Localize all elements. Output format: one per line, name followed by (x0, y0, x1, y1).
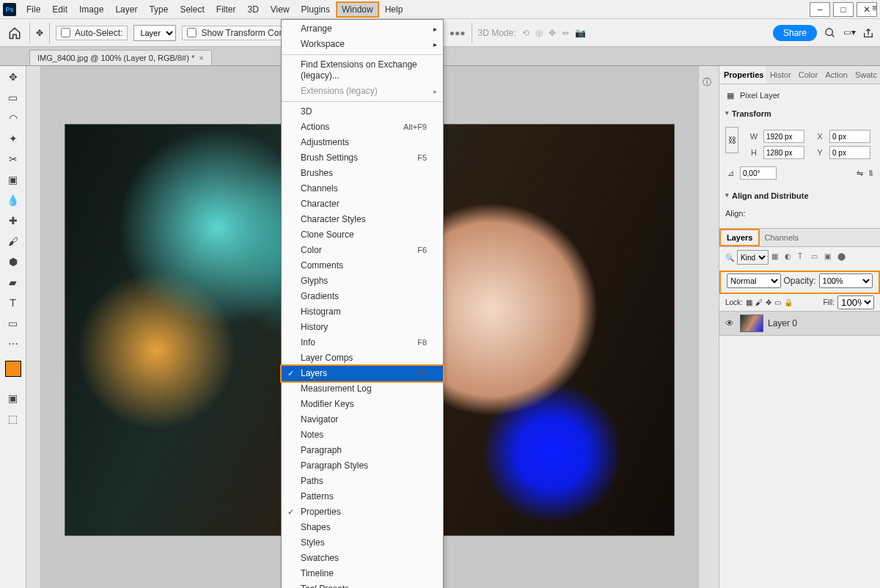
menuitem-tool-presets[interactable]: Tool Presets (282, 581, 443, 588)
eraser-tool[interactable]: ▰ (4, 274, 23, 290)
info-icon[interactable]: ⓘ (703, 76, 716, 89)
menuitem-notes[interactable]: Notes (282, 427, 443, 443)
menuitem-shapes[interactable]: Shapes (282, 520, 443, 535)
close-tab-icon[interactable]: × (199, 54, 203, 62)
width-input[interactable] (763, 130, 804, 143)
minimize-button[interactable]: – (810, 2, 830, 17)
filter-toggle-icon[interactable]: ⬤ (837, 252, 848, 262)
menuitem-paragraph[interactable]: Paragraph (282, 443, 443, 458)
screen-mode-icon[interactable]: ▭▾ (843, 27, 855, 39)
height-input[interactable] (763, 146, 804, 159)
shape-tool[interactable]: ▭ (4, 315, 23, 331)
tab-channels[interactable]: Channels (760, 229, 802, 246)
menu-window[interactable]: Window (336, 1, 379, 18)
menuitem-modifier-keys[interactable]: Modifier Keys (282, 397, 443, 412)
export-icon[interactable] (862, 27, 874, 39)
filter-adjust-icon[interactable]: ◐ (785, 252, 795, 262)
link-wh-icon[interactable]: ⛓ (725, 127, 738, 153)
filter-type-icon[interactable]: T (798, 252, 808, 262)
menuitem-histogram[interactable]: Histogram (282, 304, 443, 320)
angle-input[interactable] (740, 166, 777, 180)
lock-all-icon[interactable]: 🔒 (784, 298, 793, 306)
wand-tool[interactable]: ✦ (4, 131, 23, 147)
search-icon[interactable] (824, 27, 836, 39)
menuitem-character[interactable]: Character (282, 196, 443, 212)
tab-swatches[interactable]: Swatc (851, 66, 880, 84)
home-icon[interactable] (6, 24, 23, 42)
menuitem-measurement-log[interactable]: Measurement Log (282, 381, 443, 397)
flip-v-icon[interactable]: ⥮ (868, 169, 874, 178)
collapsed-panel-right[interactable]: ⓘ (698, 66, 719, 588)
foreground-color[interactable] (5, 361, 21, 377)
menuitem-paragraph-styles[interactable]: Paragraph Styles (282, 458, 443, 474)
collapsed-panel-left[interactable] (26, 66, 41, 588)
type-tool[interactable]: T (4, 295, 23, 311)
menuitem-swatches[interactable]: Swatches (282, 551, 443, 566)
menuitem-clone-source[interactable]: Clone Source (282, 227, 443, 243)
menu-view[interactable]: View (265, 1, 296, 18)
menu-file[interactable]: File (21, 1, 46, 18)
maximize-button[interactable]: □ (833, 2, 854, 17)
auto-select-target[interactable]: Layer (133, 25, 176, 41)
frame-tool[interactable]: ▣ (4, 172, 23, 188)
menuitem-properties[interactable]: Properties (282, 504, 443, 520)
lock-artboard-icon[interactable]: ▭ (774, 298, 781, 306)
tab-layers[interactable]: Layers (719, 229, 760, 246)
heal-tool[interactable]: ✚ (4, 213, 23, 229)
document-tab[interactable]: IMG_8400.jpg @ 100% (Layer 0, RGB/8#) * … (29, 50, 212, 65)
menu-select[interactable]: Select (174, 1, 210, 18)
tab-actions[interactable]: Action (821, 66, 851, 84)
menu-filter[interactable]: Filter (210, 1, 242, 18)
marquee-tool[interactable]: ▭ (4, 89, 23, 106)
menuitem-paths[interactable]: Paths (282, 474, 443, 489)
menuitem-glyphs[interactable]: Glyphs (282, 273, 443, 289)
menu-plugins[interactable]: Plugins (296, 1, 336, 18)
share-button[interactable]: Share (773, 25, 817, 41)
menuitem-patterns[interactable]: Patterns (282, 489, 443, 504)
menuitem-info[interactable]: InfoF8 (282, 335, 443, 350)
menuitem-actions[interactable]: ActionsAlt+F9 (282, 120, 443, 135)
menuitem-layer-comps[interactable]: Layer Comps (282, 350, 443, 366)
flip-h-icon[interactable]: ⇋ (857, 169, 863, 178)
align-section[interactable]: Align and Distribute (719, 188, 880, 203)
menu-edit[interactable]: Edit (46, 1, 73, 18)
crop-tool[interactable]: ✂ (4, 151, 23, 167)
menuitem-layers[interactable]: LayersF7 (282, 366, 443, 381)
menu-image[interactable]: Image (73, 1, 109, 18)
menu-layer[interactable]: Layer (109, 1, 143, 18)
brush-tool[interactable]: 🖌 (4, 233, 23, 249)
menuitem-timeline[interactable]: Timeline (282, 566, 443, 581)
menuitem-workspace[interactable]: Workspace (282, 37, 443, 52)
blend-mode-select[interactable]: Normal (727, 273, 781, 288)
dots-tool[interactable]: ⋯ (4, 336, 23, 352)
menuitem-comments[interactable]: Comments (282, 258, 443, 273)
screenmode-tool[interactable]: ⬚ (4, 411, 23, 427)
menuitem-adjustments[interactable]: Adjustments (282, 135, 443, 150)
menuitem-character-styles[interactable]: Character Styles (282, 212, 443, 227)
menuitem-brushes[interactable]: Brushes (282, 166, 443, 181)
tab-history[interactable]: Histor (766, 66, 794, 84)
move-tool-icon[interactable]: ✥ (36, 28, 43, 38)
lock-trans-icon[interactable]: ▦ (746, 298, 752, 306)
move-tool[interactable]: ✥ (4, 69, 23, 85)
tab-properties[interactable]: Properties (719, 66, 766, 84)
menu-3d[interactable]: 3D (241, 1, 264, 18)
menuitem-color[interactable]: ColorF6 (282, 243, 443, 258)
eyedropper-tool[interactable]: 💧 (4, 192, 23, 208)
layer-thumbnail[interactable] (740, 315, 763, 332)
menuitem-3d[interactable]: 3D (282, 104, 443, 120)
menuitem-gradients[interactable]: Gradients (282, 289, 443, 304)
menuitem-history[interactable]: History (282, 320, 443, 335)
lock-paint-icon[interactable]: 🖌 (755, 298, 763, 306)
layer-row[interactable]: 👁 Layer 0 (719, 312, 880, 336)
y-input[interactable] (829, 146, 870, 159)
more-icon[interactable]: ●●● (450, 28, 466, 38)
tab-color[interactable]: Color (794, 66, 821, 84)
menu-type[interactable]: Type (143, 1, 174, 18)
visibility-icon[interactable]: 👁 (725, 318, 736, 328)
x-input[interactable] (829, 130, 870, 143)
menuitem-styles[interactable]: Styles (282, 535, 443, 551)
lock-pos-icon[interactable]: ✥ (766, 298, 771, 306)
filter-smart-icon[interactable]: ▣ (824, 252, 835, 262)
menuitem-brush-settings[interactable]: Brush SettingsF5 (282, 150, 443, 166)
